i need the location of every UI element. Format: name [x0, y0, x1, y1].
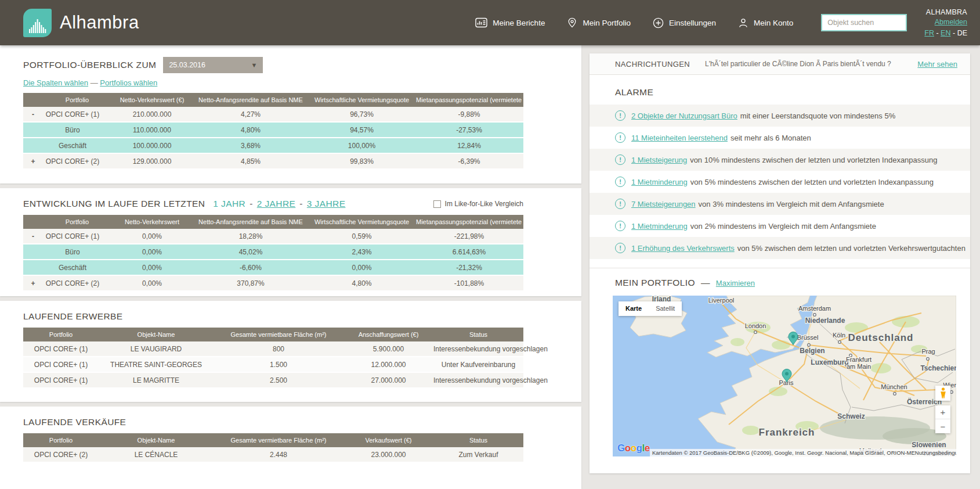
maximize-map-link[interactable]: Maximieren [716, 279, 755, 287]
cell: -6,60% [193, 260, 309, 276]
alert-text: mit einer Leerstandsquote von mindestens… [740, 112, 895, 120]
alert-icon: ! [615, 221, 625, 231]
date-dropdown[interactable]: 25.03.2016 ▼ [163, 57, 263, 73]
cell: 45,02% [193, 245, 309, 260]
column-header: Netto-Verkehrswert [111, 215, 193, 229]
cell: Zum Verkauf [433, 447, 523, 463]
nav-einstellungen[interactable]: Einstellungen [653, 17, 716, 28]
alhambra-logo-icon[interactable] [23, 9, 52, 37]
alert-item: !1 Mietminderungvon 5% mindestens zwisch… [590, 171, 970, 193]
expand-toggle[interactable]: - [23, 107, 43, 123]
cell: 4,80% [193, 123, 309, 138]
main-content: PORTFOLIO-ÜBERBLICK ZUM 25.03.2016 ▼ Die… [0, 45, 581, 489]
acquisitions-section: LAUFENDE ERWERBE PortfolioObjekt-NameGes… [0, 301, 581, 402]
map-label: Slowenien [912, 441, 946, 449]
map-label: Niederlande [805, 317, 845, 325]
nav-meine-berichte[interactable]: Meine Berichte [475, 17, 545, 28]
lang-fr[interactable]: FR [924, 29, 934, 37]
news-label: NACHRICHTUNGEN [615, 60, 690, 69]
choose-portfolios-link[interactable]: Portfolios wählen [100, 78, 157, 87]
cell: OPCI CORE+ (2) [43, 276, 111, 292]
alert-text: von 2% mindestens im Vergleich mit dem A… [690, 222, 876, 231]
terms-link[interactable]: Nutzungsbedingungen [915, 450, 956, 456]
cell: 210.000.000 [111, 107, 193, 123]
cell: 3,68% [193, 138, 309, 154]
main-nav: Meine Berichte Mein Portfolio [475, 17, 793, 28]
google-logo[interactable]: Google [617, 443, 650, 454]
cell: -221,98% [415, 229, 523, 245]
account-name: ALHAMBRA [924, 8, 967, 17]
pegman-icon [940, 387, 946, 399]
table-row: OPCI CORE+ (1)THEATRE SAINT-GEORGES1.500… [23, 357, 523, 373]
evolution-table: PortfolioNetto-VerkehrswertNetto-Anfangs… [23, 215, 523, 292]
cell: -9,88% [415, 107, 523, 123]
column-header: Objekt-Name [99, 328, 214, 341]
alert-link[interactable]: 1 Mietsteigerung [631, 156, 687, 164]
cell: OPCI CORE+ (1) [43, 229, 111, 245]
city-dot [894, 393, 896, 395]
cell: OPCI CORE+ (2) [43, 154, 111, 170]
map-type-karte[interactable]: Karte [619, 301, 649, 316]
cell: 5.900.000 [343, 341, 433, 357]
cell: 27.000.000 [343, 373, 433, 389]
cell: LE CÉNACLE [99, 447, 214, 463]
nav-mein-konto[interactable]: Mein Konto [738, 17, 793, 28]
city-dot [754, 331, 757, 334]
tab-2-jahre[interactable]: 2 JAHRE [257, 199, 296, 209]
map-zoom-control: + − [935, 405, 950, 433]
alert-link[interactable]: 7 Mietsteigerungen [631, 200, 696, 208]
cell: 23.000.000 [343, 447, 433, 463]
alert-link[interactable]: 1 Mietminderung [631, 178, 688, 186]
cell: 6.614,63% [415, 245, 523, 260]
map-label: Köln [833, 332, 845, 339]
cell: OPCI CORE+ (1) [23, 341, 99, 357]
cell: Interessenbekundung vorgeschlagen [433, 373, 523, 389]
alert-icon: ! [615, 110, 625, 121]
column-header: Mietanpassungspotenzial (vermietete Fläc… [415, 215, 523, 229]
map-type-control: Karte Satellit [619, 301, 682, 316]
table-row: Büro0,00%45,02%2,43%6.614,63% [23, 245, 523, 260]
tab-1-jahr[interactable]: 1 JAHR [213, 199, 245, 209]
pegman-control[interactable] [935, 386, 950, 401]
expand-toggle[interactable]: + [23, 276, 43, 292]
header-row: PortfolioNetto-VerkehrswertNetto-Anfangs… [23, 215, 523, 229]
alert-icon: ! [615, 177, 625, 187]
map-type-satellit[interactable]: Satellit [649, 301, 682, 316]
column-header: Gesamte vermietbare Fläche (m²) [214, 433, 343, 447]
lang-en[interactable]: EN [941, 29, 950, 37]
table-row: OPCI CORE+ (2)LE CÉNACLE2.44823.000.000Z… [23, 447, 523, 463]
alert-link[interactable]: 11 Mieteinheiten leerstehend [631, 134, 728, 142]
search-input[interactable] [822, 15, 906, 30]
portfolio-map[interactable]: IrlandLiverpoolLondonAmsterdamNiederland… [613, 296, 956, 456]
news-more-link[interactable]: Mehr sehen [917, 60, 957, 69]
cell: 12,84% [415, 138, 523, 154]
alert-text: von 5% zwischen dem letzten und vorletzt… [737, 244, 965, 253]
column-header: Netto-Anfangsrendite auf Basis NME [193, 93, 309, 107]
header-row: PortfolioObjekt-NameGesamte vermietbare … [23, 433, 523, 447]
zoom-out-button[interactable]: − [935, 419, 950, 433]
bar-chart-glyph [29, 19, 46, 33]
city-dot [808, 344, 811, 347]
cell: Büro [43, 245, 111, 260]
map-label: Brüssel [797, 334, 819, 341]
like-for-like-checkbox[interactable] [433, 200, 441, 208]
map-label: Amsterdam [798, 305, 831, 312]
cell: 1.500 [214, 357, 343, 373]
choose-columns-link[interactable]: Die Spalten wählen [23, 78, 88, 87]
cell: LE MAGRITTE [99, 373, 214, 389]
table-row: OPCI CORE+ (1)LE MAGRITTE2.50027.000.000… [23, 373, 523, 389]
map-label: Tschechien [920, 364, 956, 372]
zoom-in-button[interactable]: + [935, 405, 950, 419]
nav-mein-portfolio[interactable]: Mein Portfolio [567, 17, 631, 28]
column-header: Portfolio [43, 93, 111, 107]
alert-link[interactable]: 1 Erhöhung des Verkehrswerts [631, 244, 735, 253]
tab-3-jahre[interactable]: 3 JAHRE [307, 199, 346, 209]
expand-toggle[interactable]: - [23, 229, 43, 245]
alert-link[interactable]: 2 Objekte der Nutzungsart Büro [631, 112, 737, 120]
map-label: Frankreich [759, 427, 815, 438]
logout-link[interactable]: Abmelden [935, 18, 967, 26]
cell: 0,00% [111, 276, 193, 292]
alert-link[interactable]: 1 Mietminderung [631, 222, 688, 231]
expand-toggle[interactable]: + [23, 154, 43, 170]
column-header: Wirtschaftliche Vermietungsquote [309, 215, 415, 229]
